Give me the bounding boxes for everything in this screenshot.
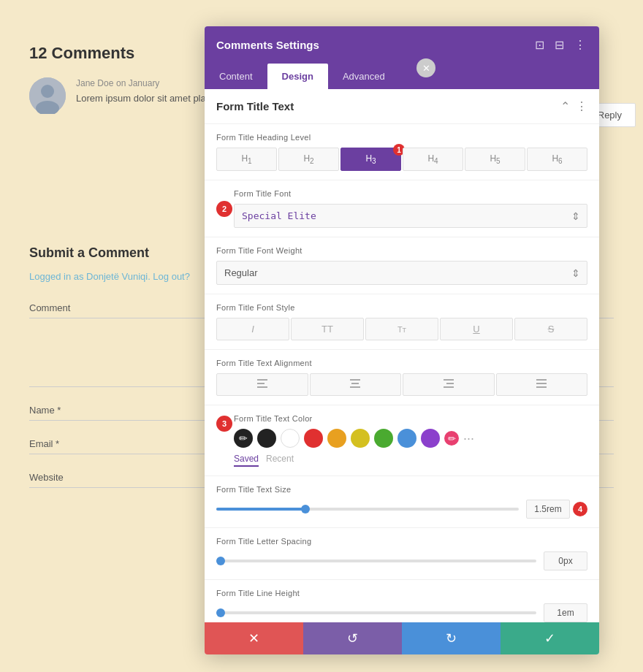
font-select-wrapper: Special Elite ⇕ xyxy=(234,204,587,228)
style-italic[interactable]: I xyxy=(216,318,289,340)
text-size-label: Form Title Text Size xyxy=(216,485,587,494)
font-group: 2 Form Title Font Special Elite ⇕ xyxy=(205,180,599,237)
svg-rect-11 xyxy=(444,386,454,388)
style-allcaps[interactable]: TT xyxy=(291,318,364,340)
cancel-button[interactable]: ✕ xyxy=(205,622,303,654)
color-pink[interactable]: ✏ xyxy=(444,431,459,446)
letter-spacing-group: Form Title Letter Spacing 0px xyxy=(205,528,599,580)
redo-icon: ↻ xyxy=(446,630,457,646)
align-right[interactable] xyxy=(403,373,495,396)
panel-header-icons: ⊡ ⊟ ⋮ xyxy=(533,37,587,53)
section-more-icon[interactable]: ⋮ xyxy=(576,99,587,113)
line-height-slider[interactable] xyxy=(216,611,536,614)
tab-content[interactable]: Content xyxy=(205,64,267,89)
line-height-group: Form Title Line Height 1em xyxy=(205,580,599,622)
tab-advanced[interactable]: Advanced xyxy=(328,64,400,89)
color-red[interactable] xyxy=(304,429,323,448)
heading-h3[interactable]: H3 1 xyxy=(340,148,401,171)
svg-rect-9 xyxy=(444,379,454,381)
font-weight-select-wrapper: Regular ⇕ xyxy=(216,261,587,285)
svg-rect-5 xyxy=(257,386,267,388)
svg-rect-3 xyxy=(257,379,267,381)
text-alignment-group: Form Title Text Alignment xyxy=(205,350,599,405)
letter-spacing-label: Form Title Letter Spacing xyxy=(216,537,587,546)
font-weight-label: Form Title Font Weight xyxy=(216,246,587,255)
svg-rect-14 xyxy=(536,386,547,388)
color-green[interactable] xyxy=(374,429,393,448)
style-buttons: I TT TT U S xyxy=(216,318,587,340)
text-color-group: 3 Form Title Text Color ✏ ✏ ··· Saved Re… xyxy=(205,405,599,476)
section-header-actions: ⌃ ⋮ xyxy=(560,99,587,113)
color-tab-recent[interactable]: Recent xyxy=(266,452,294,467)
undo-button[interactable]: ↺ xyxy=(303,622,402,654)
svg-point-1 xyxy=(41,85,54,98)
color-blue[interactable] xyxy=(397,429,416,448)
panel-body: Form Title Text ⌃ ⋮ Form Title Heading L… xyxy=(205,89,599,622)
font-style-group: Form Title Font Style I TT TT U S xyxy=(205,294,599,350)
tab-design[interactable]: Design xyxy=(267,64,328,89)
panel-footer: ✕ ↺ ↻ ✓ xyxy=(205,622,599,654)
letter-spacing-slider[interactable] xyxy=(216,560,536,562)
svg-rect-8 xyxy=(350,386,360,388)
text-size-value[interactable]: 1.5rem xyxy=(526,500,570,519)
section-title: Form Title Text xyxy=(216,100,294,112)
heading-h6[interactable]: H6 xyxy=(527,148,587,171)
line-height-value[interactable]: 1em xyxy=(544,603,587,622)
align-left[interactable] xyxy=(216,373,308,396)
heading-h5[interactable]: H5 xyxy=(465,148,525,171)
text-size-group: Form Title Text Size 1.5rem 4 xyxy=(205,476,599,528)
split-icon[interactable]: ⊟ xyxy=(553,37,566,53)
font-style-label: Form Title Font Style xyxy=(216,303,587,312)
heading-h1[interactable]: H1 xyxy=(216,148,277,171)
align-center[interactable] xyxy=(310,373,402,396)
svg-rect-6 xyxy=(350,379,360,381)
color-swatches: ✏ ✏ ··· xyxy=(234,429,587,448)
redo-button[interactable]: ↻ xyxy=(402,622,501,654)
settings-panel: Comments Settings ⊡ ⊟ ⋮ Content Design A… xyxy=(205,26,599,654)
heading-h2[interactable]: H2 xyxy=(278,148,339,171)
badge-2: 2 xyxy=(216,201,232,217)
font-select[interactable]: Special Elite xyxy=(234,204,587,228)
style-smallcaps[interactable]: TT xyxy=(365,318,438,340)
panel-header: Comments Settings ⊡ ⊟ ⋮ xyxy=(205,26,599,64)
text-color-label: Form Title Text Color xyxy=(234,414,587,423)
svg-rect-4 xyxy=(257,383,265,384)
font-label: Form Title Font xyxy=(234,189,587,198)
color-orange[interactable] xyxy=(327,429,346,448)
color-purple[interactable] xyxy=(421,429,440,448)
color-black[interactable] xyxy=(257,429,276,448)
align-buttons xyxy=(216,373,587,396)
heading-buttons: H1 H2 H3 1 H4 H5 H6 xyxy=(216,148,587,171)
color-yellow[interactable] xyxy=(351,429,370,448)
letter-spacing-slider-row: 0px xyxy=(216,551,587,570)
section-header: Form Title Text ⌃ ⋮ xyxy=(205,89,599,124)
letter-spacing-value[interactable]: 0px xyxy=(544,551,587,570)
heading-h4[interactable]: H4 xyxy=(403,148,463,171)
font-weight-select[interactable]: Regular xyxy=(216,261,587,285)
text-alignment-label: Form Title Text Alignment xyxy=(216,359,587,367)
confirm-icon: ✓ xyxy=(544,630,555,646)
fullscreen-icon[interactable]: ⊡ xyxy=(533,37,546,53)
color-white[interactable] xyxy=(281,429,300,448)
style-strikethrough[interactable]: S xyxy=(514,318,587,340)
style-underline[interactable]: U xyxy=(440,318,513,340)
badge-4: 4 xyxy=(573,502,587,516)
collapse-icon[interactable]: ⌃ xyxy=(560,99,570,113)
text-size-slider[interactable] xyxy=(216,508,519,511)
color-pen-icon[interactable]: ✏ xyxy=(234,429,253,448)
color-tab-saved[interactable]: Saved xyxy=(234,452,259,467)
align-justify[interactable] xyxy=(496,373,588,396)
badge-3: 3 xyxy=(216,416,232,432)
more-colors-icon[interactable]: ··· xyxy=(463,431,474,446)
confirm-button[interactable]: ✓ xyxy=(501,622,599,654)
heading-level-label: Form Title Heading Level xyxy=(216,133,587,142)
line-height-label: Form Title Line Height xyxy=(216,589,587,597)
undo-icon: ↺ xyxy=(347,630,358,646)
panel-edge-close[interactable]: ✕ xyxy=(416,58,435,77)
color-tabs: Saved Recent xyxy=(234,452,587,467)
panel-title: Comments Settings xyxy=(216,39,319,51)
svg-rect-10 xyxy=(446,383,454,384)
svg-rect-13 xyxy=(536,383,547,384)
more-icon[interactable]: ⋮ xyxy=(573,37,587,53)
heading-level-group: Form Title Heading Level H1 H2 H3 1 H4 H… xyxy=(205,124,599,180)
